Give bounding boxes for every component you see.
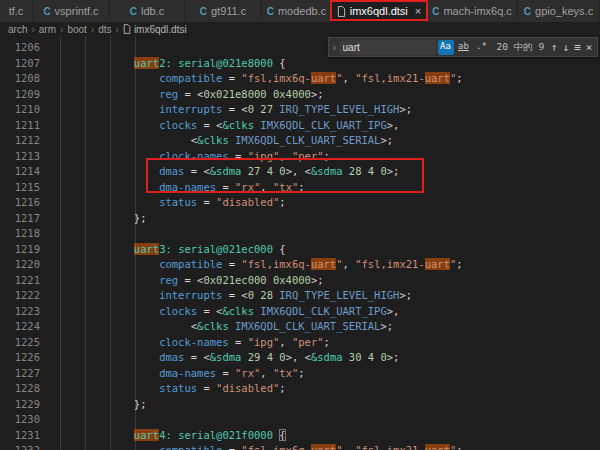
tab-label: modedb.c [278, 5, 326, 17]
search-match-highlight: uart [311, 444, 336, 450]
code-text: uart2: serial@021e8000 { [58, 56, 286, 72]
tab-ldb.c[interactable]: Cldb.c [110, 0, 185, 22]
tab-tf.c[interactable]: tf.c [0, 0, 33, 22]
tab-mach-imx6q.c[interactable]: Cmach-imx6q.c [427, 0, 518, 22]
code-line-1214[interactable]: 1214 dmas = <&sdma 27 4 0>, <&sdma 28 4 … [0, 164, 600, 180]
tab-vsprintf.c[interactable]: Cvsprintf.c [33, 0, 110, 22]
close-find-icon[interactable]: × [583, 42, 595, 53]
code-line-1223[interactable]: 1223 clocks = <&clks IMX6QDL_CLK_UART_IP… [0, 304, 600, 320]
code-text: uart3: serial@021ec000 { [58, 242, 286, 258]
toggle-replace-icon[interactable]: › [331, 42, 339, 53]
search-match-highlight: uart [134, 57, 159, 69]
code-line-1221[interactable]: 1221 reg = <0x021ec000 0x4000>; [0, 273, 600, 289]
find-results-count: 20 中的 9 [497, 39, 545, 55]
line-number: 1224 [0, 319, 58, 335]
tab-label: gt911.c [211, 5, 246, 17]
code-text: reg = <0x021e8000 0x4000>; [58, 87, 324, 103]
breadcrumb-file-label: imx6qdl.dtsi [134, 24, 187, 35]
editor[interactable]: › Aa ab .* 20 中的 9 ↑ ↓ ≡ × 12061207 uart… [0, 36, 600, 450]
tab-label: mach-imx6q.c [443, 5, 511, 17]
code-line-1224[interactable]: 1224 <&clks IMX6QDL_CLK_UART_SERIAL>; [0, 319, 600, 335]
breadcrumb-separator: › [116, 24, 119, 35]
code-line-1215[interactable]: 1215 dma-names = "rx", "tx"; [0, 180, 600, 196]
close-icon[interactable]: × [415, 6, 421, 17]
line-number: 1220 [0, 257, 58, 273]
code-text: reg = <0x021ec000 0x4000>; [58, 273, 324, 289]
code-line-1213[interactable]: 1213 clock-names = "ipg", "per"; [0, 149, 600, 165]
code-line-1211[interactable]: 1211 clocks = <&clks IMX6QDL_CLK_UART_IP… [0, 118, 600, 134]
code-line-1219[interactable]: 1219 uart3: serial@021ec000 { [0, 242, 600, 258]
code-line-1228[interactable]: 1228 status = "disabled"; [0, 381, 600, 397]
code-line-1208[interactable]: 1208 compatible = "fsl,imx6q-uart", "fsl… [0, 71, 600, 87]
code-line-1229[interactable]: 1229 }; [0, 397, 600, 413]
breadcrumb: arch›arm›boot›dts›imx6qdl.dtsi [0, 22, 600, 36]
breadcrumb-file[interactable]: imx6qdl.dtsi [123, 24, 187, 35]
search-match-highlight: uart [425, 258, 450, 270]
whole-word-button[interactable]: ab [456, 40, 472, 55]
line-number: 1223 [0, 304, 58, 320]
line-number: 1219 [0, 242, 58, 258]
find-input[interactable] [340, 40, 436, 55]
line-number: 1221 [0, 273, 58, 289]
code-line-1207[interactable]: 1207 uart2: serial@021e8000 { [0, 56, 600, 72]
line-number: 1217 [0, 211, 58, 227]
line-number: 1212 [0, 133, 58, 149]
breadcrumb-item-arm[interactable]: arm [39, 24, 56, 35]
line-number: 1207 [0, 56, 58, 72]
line-number: 1215 [0, 180, 58, 196]
code-line-1210[interactable]: 1210 interrupts = <0 27 IRQ_TYPE_LEVEL_H… [0, 102, 600, 118]
code-area[interactable]: 12061207 uart2: serial@021e8000 {1208 co… [0, 36, 600, 450]
c-file-icon: C [524, 6, 531, 17]
line-number: 1229 [0, 397, 58, 413]
breadcrumb-separator: › [31, 24, 34, 35]
vscode-window: { "tabs": { "items": [ {"label": "tf.c",… [0, 0, 600, 450]
c-file-icon: C [130, 6, 137, 17]
code-line-1226[interactable]: 1226 dmas = <&sdma 29 4 0>, <&sdma 30 4 … [0, 350, 600, 366]
next-match-icon[interactable]: ↓ [560, 42, 572, 53]
code-line-1217[interactable]: 1217 }; [0, 211, 600, 227]
tab-gpio_keys.c[interactable]: Cgpio_keys.c [518, 0, 600, 22]
line-number: 1218 [0, 226, 58, 242]
code-line-1218[interactable]: 1218 [0, 226, 600, 242]
code-line-1232[interactable]: 1232 compatible = "fsl,imx6q-uart", "fsl… [0, 443, 600, 450]
code-line-1220[interactable]: 1220 compatible = "fsl,imx6q-uart", "fsl… [0, 257, 600, 273]
code-text: clocks = <&clks IMX6QDL_CLK_UART_IPG>, [58, 304, 399, 320]
match-case-button[interactable]: Aa [438, 40, 454, 55]
code-text: <&clks IMX6QDL_CLK_UART_SERIAL>; [58, 133, 393, 149]
code-line-1216[interactable]: 1216 status = "disabled"; [0, 195, 600, 211]
code-line-1225[interactable]: 1225 clock-names = "ipg", "per"; [0, 335, 600, 351]
line-number: 1231 [0, 428, 58, 444]
code-text: status = "disabled"; [58, 381, 286, 397]
tab-bar: tf.cCvsprintf.cCldb.cCgt911.cCmodedb.cim… [0, 0, 600, 22]
breadcrumb-item-dts[interactable]: dts [98, 24, 111, 35]
code-line-1227[interactable]: 1227 dma-names = "rx", "tx"; [0, 366, 600, 382]
code-line-1231[interactable]: 1231 uart4: serial@021f0000 { [0, 428, 600, 444]
search-match-highlight: uart [134, 243, 159, 255]
code-text: <&clks IMX6QDL_CLK_UART_SERIAL>; [58, 319, 393, 335]
previous-match-icon[interactable]: ↑ [548, 42, 560, 53]
find-in-selection-icon[interactable]: ≡ [572, 42, 584, 53]
line-number: 1216 [0, 195, 58, 211]
breadcrumb-item-boot[interactable]: boot [67, 24, 86, 35]
code-text: dmas = <&sdma 29 4 0>, <&sdma 30 4 0>; [58, 350, 399, 366]
find-widget: › Aa ab .* 20 中的 9 ↑ ↓ ≡ × [328, 37, 598, 57]
code-line-1222[interactable]: 1222 interrupts = <0 28 IRQ_TYPE_LEVEL_H… [0, 288, 600, 304]
code-text: clock-names = "ipg", "per"; [58, 149, 330, 165]
code-line-1209[interactable]: 1209 reg = <0x021e8000 0x4000>; [0, 87, 600, 103]
code-line-1230[interactable]: 1230 [0, 412, 600, 428]
code-text: status = "disabled"; [58, 195, 286, 211]
regex-button[interactable]: .* [474, 40, 490, 55]
search-match-highlight: uart [425, 444, 450, 450]
c-file-icon: C [200, 6, 207, 17]
tab-imx6qdl.dtsi[interactable]: imx6qdl.dtsi× [332, 0, 427, 22]
code-text: dma-names = "rx", "tx"; [58, 366, 305, 382]
tab-modedb.c[interactable]: Cmodedb.c [262, 0, 332, 22]
code-text: clocks = <&clks IMX6QDL_CLK_UART_IPG>, [58, 118, 399, 134]
code-line-1212[interactable]: 1212 <&clks IMX6QDL_CLK_UART_SERIAL>; [0, 133, 600, 149]
tab-gt911.c[interactable]: Cgt911.c [185, 0, 262, 22]
line-number: 1211 [0, 118, 58, 134]
search-match-highlight: uart [311, 258, 336, 270]
breadcrumb-item-arch[interactable]: arch [8, 24, 27, 35]
search-match-highlight: uart [311, 72, 336, 84]
line-number: 1225 [0, 335, 58, 351]
